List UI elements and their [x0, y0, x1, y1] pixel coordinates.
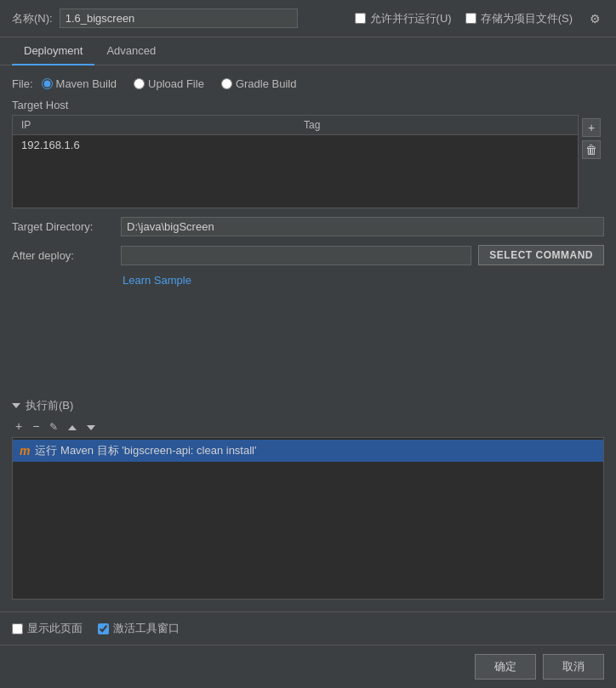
host-row[interactable]: 192.168.1.6 — [13, 135, 578, 155]
before-exec-section: 执行前(B) + − ✎ m 运行 Maven 目标 'bigscreen-ap… — [12, 398, 604, 600]
exec-item-text: 运行 Maven 目标 'bigscreen-api: clean instal… — [35, 443, 256, 458]
pencil-icon: ✎ — [49, 421, 58, 433]
save-project-label[interactable]: 存储为项目文件(S) — [465, 11, 573, 26]
exec-add-button[interactable]: + — [12, 418, 26, 434]
tab-deployment[interactable]: Deployment — [12, 37, 94, 65]
footer-buttons: 确定 取消 — [0, 645, 616, 688]
exec-title: 执行前(B) — [26, 398, 73, 413]
maven-icon: m — [20, 444, 30, 458]
after-deploy-input[interactable] — [121, 246, 471, 265]
chevron-down-icon — [12, 403, 20, 408]
header: 名称(N): 允许并行运行(U) 存储为项目文件(S) ⚙ — [0, 0, 616, 37]
arrow-down-icon — [87, 425, 95, 430]
dialog: 名称(N): 允许并行运行(U) 存储为项目文件(S) ⚙ Deployment… — [0, 0, 616, 688]
exec-list-item[interactable]: m 运行 Maven 目标 'bigscreen-api: clean inst… — [13, 440, 603, 462]
host-ip: 192.168.1.6 — [21, 139, 295, 151]
arrow-up-icon — [68, 425, 77, 430]
after-deploy-label: After deploy: — [12, 249, 114, 262]
target-host-section: Target Host IP Tag 192.168.1.6 — [12, 99, 604, 208]
name-input[interactable] — [60, 9, 298, 28]
host-table-wrapper: IP Tag 192.168.1.6 — [12, 115, 579, 208]
show-page-label: 显示此页面 — [27, 621, 83, 636]
exec-up-button[interactable] — [65, 418, 80, 434]
col-ip: IP — [13, 116, 295, 134]
file-label: File: — [12, 77, 33, 90]
spacer — [12, 295, 604, 389]
exec-list: m 运行 Maven 目标 'bigscreen-api: clean inst… — [12, 437, 604, 600]
activate-tool-checkbox-label[interactable]: 激活工具窗口 — [98, 621, 180, 636]
exec-header: 执行前(B) — [12, 398, 604, 413]
remove-host-button[interactable]: 🗑 — [582, 140, 601, 159]
radio-upload[interactable]: Upload File — [134, 77, 204, 90]
exec-edit-button[interactable]: ✎ — [46, 418, 61, 434]
host-table: IP Tag 192.168.1.6 — [12, 115, 579, 208]
save-project-checkbox[interactable] — [465, 13, 476, 24]
host-body: 192.168.1.6 — [13, 135, 578, 208]
host-section: IP Tag 192.168.1.6 + 🗑 — [12, 115, 604, 208]
header-right: 允许并行运行(U) 存储为项目文件(S) ⚙ — [355, 10, 604, 27]
target-host-label: Target Host — [12, 99, 604, 111]
learn-sample-link[interactable]: Learn Sample — [12, 274, 604, 287]
select-command-button[interactable]: SELECT COMMAND — [478, 245, 604, 265]
radio-maven[interactable]: Maven Build — [42, 77, 117, 90]
body: File: Maven Build Upload File Gradle Bui… — [0, 65, 616, 611]
exec-down-button[interactable] — [83, 418, 99, 434]
radio-gradle[interactable]: Gradle Build — [221, 77, 297, 90]
after-deploy-row: After deploy: SELECT COMMAND — [12, 245, 604, 265]
gear-button[interactable]: ⚙ — [586, 10, 604, 27]
radio-gradle-input[interactable] — [221, 78, 232, 89]
allow-parallel-checkbox[interactable] — [355, 13, 366, 24]
host-table-header: IP Tag — [13, 116, 578, 135]
exec-remove-button[interactable]: − — [29, 418, 43, 434]
allow-parallel-label[interactable]: 允许并行运行(U) — [355, 11, 452, 26]
radio-upload-input[interactable] — [134, 78, 145, 89]
tabs: Deployment Advanced — [0, 37, 616, 65]
target-directory-label: Target Directory: — [12, 220, 114, 233]
host-tag — [295, 139, 569, 151]
cancel-button[interactable]: 取消 — [543, 654, 604, 679]
target-directory-input[interactable] — [121, 217, 604, 236]
name-label: 名称(N): — [12, 11, 53, 26]
activate-tool-label: 激活工具窗口 — [113, 621, 180, 636]
ok-button[interactable]: 确定 — [475, 654, 536, 679]
show-page-checkbox[interactable] — [12, 623, 23, 634]
target-directory-row: Target Directory: — [12, 217, 604, 236]
add-host-button[interactable]: + — [582, 118, 601, 137]
file-row: File: Maven Build Upload File Gradle Bui… — [12, 77, 604, 90]
col-tag: Tag — [295, 116, 578, 134]
footer-checkboxes: 显示此页面 激活工具窗口 — [0, 611, 616, 645]
exec-toolbar: + − ✎ — [12, 418, 604, 434]
tab-advanced[interactable]: Advanced — [94, 37, 168, 65]
show-page-checkbox-label[interactable]: 显示此页面 — [12, 621, 83, 636]
activate-tool-checkbox[interactable] — [98, 623, 109, 634]
radio-maven-input[interactable] — [42, 78, 53, 89]
host-btn-col: + 🗑 — [579, 115, 604, 208]
